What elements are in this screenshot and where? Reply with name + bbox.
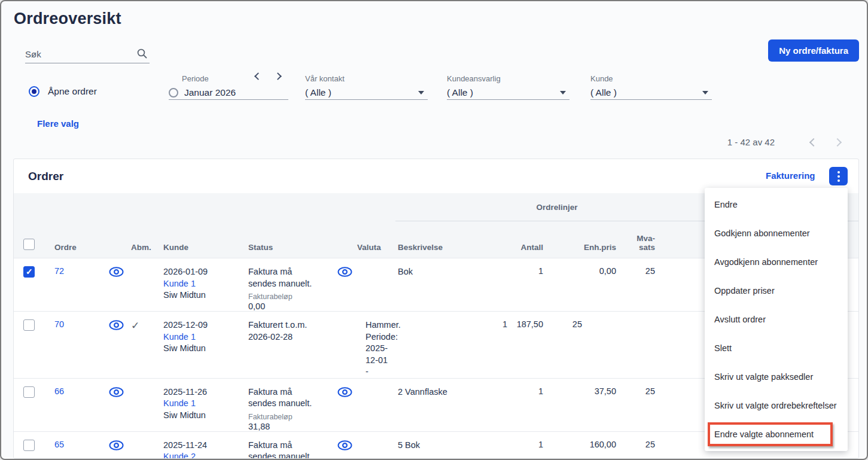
chevron-down-icon[interactable] xyxy=(560,91,566,95)
menu-item[interactable]: Oppdater priser xyxy=(705,276,848,305)
col-header-antall[interactable]: Antall xyxy=(515,243,551,252)
orderline-unit-price: 0,00 xyxy=(551,266,624,276)
actions-dropdown-menu: Endre Godkjenn abonnementer Avgodkjenn a… xyxy=(705,188,848,451)
view-order-icon[interactable] xyxy=(101,266,131,279)
menu-item[interactable]: Godkjenn abonnementer xyxy=(705,219,848,248)
period-radio-icon[interactable] xyxy=(169,88,178,98)
our-contact-label: Vår kontakt xyxy=(305,74,428,83)
orderline-unit-price: 187,50 xyxy=(515,319,551,329)
menu-item[interactable]: Skriv ut valgte ordrebekreftelser xyxy=(705,391,848,420)
col-header-valuta[interactable]: Valuta xyxy=(357,243,389,252)
order-number-link[interactable]: 72 xyxy=(54,266,64,276)
customer-label: Kunde xyxy=(590,74,712,83)
invoice-amount-value: 0,00 xyxy=(248,301,332,311)
orderline-unit-price: 37,50 xyxy=(551,386,624,396)
menu-item[interactable]: Slett xyxy=(705,334,848,362)
menu-item[interactable]: Skriv ut valgte pakksedler xyxy=(705,362,848,391)
pagination-next-icon[interactable] xyxy=(833,138,842,146)
our-contact-value[interactable]: ( Alle ) xyxy=(305,87,331,98)
col-header-mvasats[interactable]: Mva-sats xyxy=(624,234,663,252)
orderline-qty: 1 xyxy=(515,266,551,276)
pagination-prev-icon[interactable] xyxy=(809,138,818,146)
order-status: Faktura må sendes manuelt. xyxy=(248,440,315,459)
orderline-description: 5 Bok xyxy=(398,440,515,452)
menu-item[interactable]: Endre valgte abonnement xyxy=(705,420,848,449)
invoice-amount-label: Fakturabeløp xyxy=(248,413,332,421)
invoice-amount-label: Fakturabeløp xyxy=(248,293,332,301)
page-title: Ordreoversikt xyxy=(14,10,121,28)
period-picker: Periode Januar 2026 xyxy=(169,74,288,100)
radio-selected-icon[interactable] xyxy=(29,86,39,97)
search-input[interactable] xyxy=(25,47,133,62)
customer-select[interactable]: Kunde ( Alle ) xyxy=(590,74,712,100)
period-prev-icon[interactable] xyxy=(254,72,262,80)
chevron-down-icon[interactable] xyxy=(702,91,708,95)
orderline-unit-price: 160,00 xyxy=(551,440,624,449)
ordreoversikt-page: Ordreoversikt Åpne ordrer Periode Januar… xyxy=(0,0,868,460)
view-order-icon[interactable] xyxy=(101,386,131,399)
row-checkbox[interactable] xyxy=(23,440,35,451)
invoice-amount-value: 31,88 xyxy=(248,422,332,431)
orders-card-title: Ordrer xyxy=(28,170,63,183)
menu-item[interactable]: Endre xyxy=(705,190,848,219)
col-header-abm[interactable]: Abm. xyxy=(131,243,156,252)
orderline-vat: 25 xyxy=(624,440,663,449)
contact-name: Siw Midtun xyxy=(163,410,243,422)
col-header-kunde[interactable]: Kunde xyxy=(156,243,243,252)
search-field[interactable] xyxy=(25,47,150,63)
contact-name: Siw Midtun xyxy=(163,290,243,301)
row-checkbox[interactable] xyxy=(23,319,35,331)
menu-item[interactable]: Avgodkjenn abonnementer xyxy=(705,248,848,276)
customer-link[interactable]: Kunde 1 xyxy=(163,398,243,410)
order-number-link[interactable]: 70 xyxy=(54,319,64,329)
subscription-check-icon: ✓ xyxy=(131,320,139,331)
orderline-vat: 25 xyxy=(624,266,663,276)
order-number-link[interactable]: 66 xyxy=(54,386,64,396)
orderlines-group-header: Ordrelinjer xyxy=(389,203,724,212)
col-header-status[interactable]: Status xyxy=(243,243,332,252)
row-checkbox[interactable] xyxy=(23,386,35,398)
account-manager-value[interactable]: ( Alle ) xyxy=(447,87,473,98)
view-order-icon[interactable] xyxy=(101,319,131,332)
fakturering-link[interactable]: Fakturering xyxy=(766,170,815,181)
period-value[interactable]: Januar 2026 xyxy=(184,87,236,98)
customer-link[interactable]: Kunde 2 xyxy=(163,451,243,459)
chevron-down-icon[interactable] xyxy=(418,91,424,95)
col-header-beskrivelse[interactable]: Beskrivelse xyxy=(389,243,515,252)
order-date: 2025-11-24 xyxy=(163,440,243,452)
more-options-link[interactable]: Flere valg xyxy=(37,118,79,129)
row-checkbox[interactable] xyxy=(23,266,35,278)
orderline-description: Bok xyxy=(398,266,515,278)
view-invoice-icon[interactable] xyxy=(332,386,357,399)
order-status: Faktura må sendes manuelt. xyxy=(248,386,315,410)
orderline-description: Hammer. Periode: 2025-12-01 - xyxy=(366,319,389,378)
col-header-order[interactable]: Ordre xyxy=(41,243,101,252)
new-order-button[interactable]: Ny ordre/faktura xyxy=(768,39,859,62)
customer-link[interactable]: Kunde 1 xyxy=(163,331,243,343)
pagination-range: 1 - 42 av 42 xyxy=(727,137,775,147)
orderline-qty: 1 xyxy=(515,386,551,396)
customer-link[interactable]: Kunde 1 xyxy=(163,278,243,290)
pagination: 1 - 42 av 42 xyxy=(727,137,840,147)
account-manager-select[interactable]: Kundeansvarlig ( Alle ) xyxy=(447,74,569,100)
view-order-icon[interactable] xyxy=(101,440,131,452)
period-next-icon[interactable] xyxy=(274,72,282,80)
search-icon[interactable] xyxy=(137,48,147,61)
customer-value[interactable]: ( Alle ) xyxy=(590,87,617,98)
order-number-link[interactable]: 65 xyxy=(54,440,64,449)
view-invoice-icon[interactable] xyxy=(332,440,357,452)
open-orders-radio[interactable]: Åpne ordrer xyxy=(29,86,97,97)
menu-item[interactable]: Avslutt ordrer xyxy=(705,305,848,334)
orderline-vat: 25 xyxy=(551,319,590,329)
orderline-qty: 1 xyxy=(389,319,515,329)
col-header-enhpris[interactable]: Enh.pris xyxy=(551,243,624,252)
view-invoice-icon[interactable] xyxy=(332,266,357,279)
order-status: Fakturert t.o.m. 2026-02-28 xyxy=(248,319,315,343)
open-orders-label: Åpne ordrer xyxy=(48,86,97,97)
our-contact-select[interactable]: Vår kontakt ( Alle ) xyxy=(305,74,428,100)
order-date: 2026-01-09 xyxy=(163,266,243,278)
select-all-checkbox[interactable] xyxy=(23,239,35,250)
kebab-menu-button[interactable] xyxy=(829,167,848,185)
order-status: Faktura må sendes manuelt. xyxy=(248,266,315,290)
contact-name: Siw Midtun xyxy=(163,343,243,355)
